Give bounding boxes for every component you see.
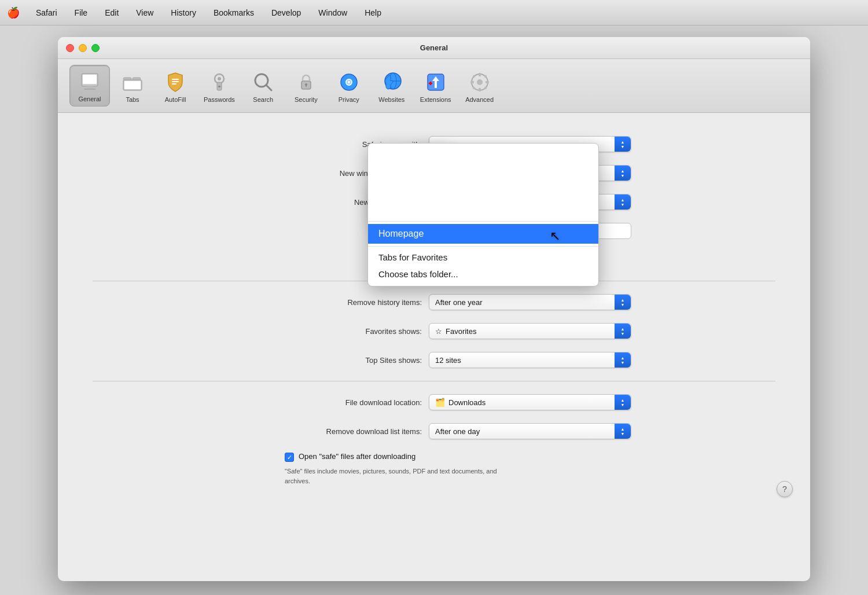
remove-download-value: After one day: [435, 427, 480, 436]
file-download-chevron: [615, 395, 631, 410]
favorites-star-icon: ☆: [435, 327, 442, 336]
menu-file[interactable]: File: [71, 7, 91, 19]
dropdown-circle-space: [368, 149, 598, 219]
remove-download-select[interactable]: After one day: [429, 423, 631, 439]
menu-develop[interactable]: Develop: [268, 7, 304, 19]
security-icon: [293, 69, 319, 95]
close-button[interactable]: [66, 44, 74, 52]
file-download-control: 🗂️ Downloads: [429, 394, 631, 410]
toolbar-security[interactable]: Security: [286, 66, 326, 106]
new-windows-chevron: [615, 166, 631, 181]
svg-line-16: [266, 85, 271, 90]
top-sites-shows-label: Top Sites shows:: [237, 356, 422, 365]
file-download-row: File download location: 🗂️ Downloads: [93, 394, 775, 410]
new-tabs-chevron: [615, 194, 631, 210]
preferences-content: Safari opens with: New windows open with…: [58, 113, 810, 509]
svg-rect-10: [172, 83, 176, 85]
toolbar-autofill[interactable]: AutoFill: [155, 66, 196, 106]
safari-opens-chevron: [615, 137, 631, 152]
favorites-shows-label: Favorites shows:: [237, 327, 422, 336]
maximize-button[interactable]: [91, 44, 100, 52]
tabs-icon: [120, 69, 145, 95]
menu-view[interactable]: View: [133, 7, 157, 19]
svg-point-12: [218, 77, 221, 80]
toolbar-passwords[interactable]: Passwords: [198, 66, 241, 106]
toolbar-privacy-label: Privacy: [339, 96, 359, 103]
remove-history-row: Remove history items: After one year: [93, 294, 775, 310]
toolbar-advanced[interactable]: Advanced: [459, 66, 500, 106]
advanced-icon: [467, 69, 492, 95]
window-controls: [66, 44, 100, 52]
open-safe-files-row: ✓ Open "safe" files after downloading: [93, 452, 775, 462]
svg-rect-32: [479, 73, 481, 76]
toolbar-advanced-label: Advanced: [465, 96, 494, 103]
menu-window[interactable]: Window: [315, 7, 351, 19]
dropdown-divider-2: [368, 246, 598, 247]
apple-menu[interactable]: 🍎: [7, 6, 20, 19]
top-sites-shows-select[interactable]: 12 sites: [429, 352, 631, 368]
preferences-toolbar: General Tabs: [58, 59, 810, 113]
svg-rect-14: [218, 86, 220, 87]
favorites-shows-control: ☆ Favorites: [429, 323, 631, 339]
dropdown-item-homepage[interactable]: Homepage: [368, 224, 598, 244]
dropdown-item-choose-tabs[interactable]: Choose tabs folder...: [368, 266, 598, 282]
file-download-label: File download location:: [237, 398, 422, 407]
top-sites-shows-row: Top Sites shows: 12 sites: [93, 352, 775, 368]
menu-safari[interactable]: Safari: [32, 7, 61, 19]
websites-icon: [379, 69, 404, 95]
menu-history[interactable]: History: [167, 7, 200, 19]
svg-rect-19: [306, 85, 307, 87]
dropdown-divider-1: [368, 221, 598, 222]
toolbar-general[interactable]: General: [69, 65, 110, 106]
svg-rect-7: [124, 81, 141, 89]
menu-edit[interactable]: Edit: [101, 7, 122, 19]
remove-history-select[interactable]: After one year: [429, 294, 631, 310]
section-separator-2: [93, 381, 775, 381]
favorites-shows-value: Favorites: [446, 327, 476, 336]
safari-preferences-window: General General: [58, 37, 810, 581]
open-safe-files-label: Open "safe" files after downloading: [299, 452, 415, 461]
window-title: General: [420, 43, 448, 52]
downloads-folder-icon: 🗂️: [435, 398, 445, 407]
remove-download-row: Remove download list items: After one da…: [93, 423, 775, 439]
remove-download-label: Remove download list items:: [237, 427, 422, 436]
svg-rect-34: [470, 81, 474, 83]
toolbar-websites-label: Websites: [378, 96, 404, 103]
toolbar-search[interactable]: Search: [243, 66, 284, 106]
help-button[interactable]: ?: [777, 481, 793, 497]
top-sites-shows-value: 12 sites: [435, 356, 461, 365]
toolbar-privacy[interactable]: Privacy: [329, 66, 369, 106]
svg-rect-3: [84, 89, 95, 90]
svg-rect-2: [86, 86, 93, 89]
svg-rect-1: [83, 75, 97, 84]
dropdown-item-tabs-favorites[interactable]: Tabs for Favorites: [368, 249, 598, 266]
remove-download-chevron: [615, 424, 631, 439]
svg-rect-35: [486, 81, 489, 83]
favorites-shows-row: Favorites shows: ☆ Favorites: [93, 323, 775, 339]
privacy-icon: [336, 69, 362, 95]
minimize-button[interactable]: [79, 44, 87, 52]
toolbar-extensions[interactable]: Extensions: [414, 66, 457, 106]
favorites-shows-select[interactable]: ☆ Favorites: [429, 323, 631, 339]
autofill-icon: [163, 69, 188, 95]
toolbar-passwords-label: Passwords: [204, 96, 235, 103]
svg-rect-33: [479, 88, 481, 91]
menu-bookmarks[interactable]: Bookmarks: [210, 7, 258, 19]
titlebar: General: [58, 37, 810, 59]
toolbar-websites[interactable]: Websites: [372, 66, 412, 106]
open-safe-files-sublabel: "Safe" files include movies, pictures, s…: [93, 467, 498, 486]
toolbar-general-label: General: [78, 96, 101, 102]
menubar: 🍎 Safari File Edit View History Bookmark…: [0, 0, 868, 25]
extensions-icon: [423, 69, 448, 95]
new-windows-dropdown: Homepage Tabs for Favorites Choose tabs …: [367, 143, 599, 287]
top-sites-shows-control: 12 sites: [429, 352, 631, 368]
open-safe-files-checkbox[interactable]: ✓: [285, 453, 294, 462]
remove-history-value: After one year: [435, 298, 483, 307]
toolbar-extensions-label: Extensions: [420, 96, 451, 103]
menu-help[interactable]: Help: [361, 7, 385, 19]
toolbar-search-label: Search: [253, 96, 273, 103]
top-sites-shows-chevron: [615, 352, 631, 368]
file-download-select[interactable]: 🗂️ Downloads: [429, 394, 631, 410]
toolbar-tabs[interactable]: Tabs: [112, 66, 153, 106]
svg-rect-8: [172, 79, 179, 80]
